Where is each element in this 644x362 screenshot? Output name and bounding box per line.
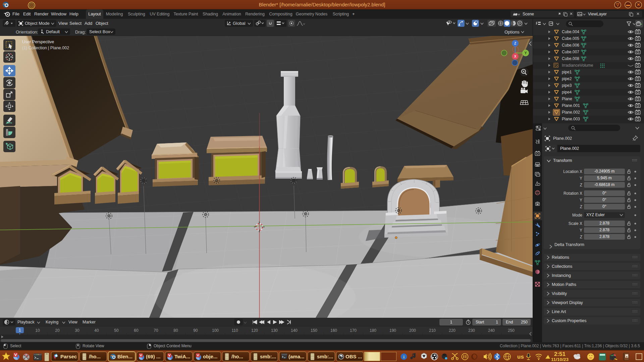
svg-text:User Perspective: User Perspective — [22, 40, 54, 44]
svg-text:a: a — [626, 355, 628, 358]
svg-text:i: i — [403, 354, 405, 359]
svg-text:Y: Y — [525, 51, 527, 55]
svg-text:X: X — [514, 55, 517, 58]
svg-text:(1) Collection | Plane.002: (1) Collection | Plane.002 — [22, 46, 69, 50]
svg-text:Z: Z — [514, 42, 516, 45]
svg-text:us: us — [517, 354, 524, 360]
